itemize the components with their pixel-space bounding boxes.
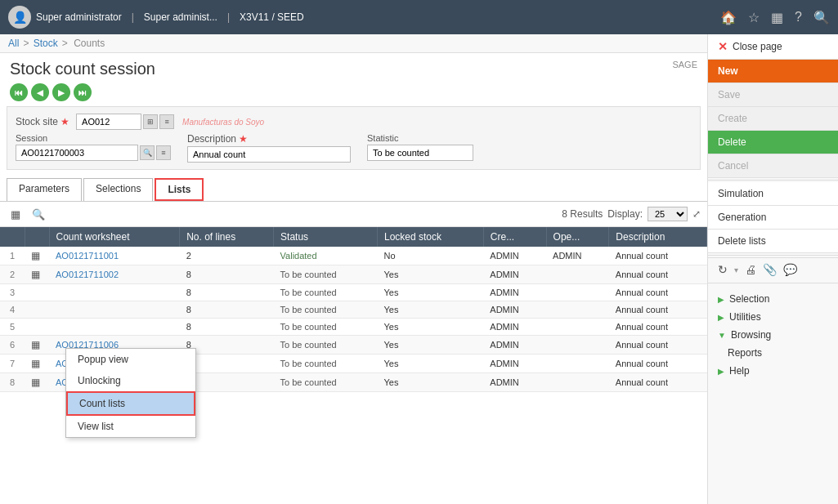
nav-next[interactable]: ▶ [52,83,70,101]
session-search-icon[interactable]: 🔍 [140,145,155,160]
context-menu: Popup view Unlocking Count lists View li… [65,348,196,438]
sidebar-selection[interactable]: ▶ Selection [708,290,838,308]
row-lines: 8 [180,301,274,319]
row-cre: ADMIN [483,284,546,301]
grid-icon[interactable]: ▦ [771,10,783,25]
tabs: Parameters Selections Lists [0,175,707,202]
topbar: 👤 Super administrator | Super administ..… [0,0,838,34]
row-desc: Annual count [609,265,707,284]
stock-site-icon2[interactable]: ≡ [159,114,174,129]
row-num: 3 [0,284,25,301]
row-locked: Yes [378,284,484,301]
sidebar-browsing[interactable]: ▼ Browsing [708,326,838,344]
home-icon[interactable]: 🏠 [720,10,737,25]
breadcrumb: All > Stock > Counts [0,34,707,53]
new-button[interactable]: New [708,60,838,83]
close-button[interactable]: ✕ Close page [708,34,838,60]
row-worksheet[interactable]: AO0121711002 [49,265,180,284]
row-desc: Annual count [609,284,707,301]
row-num: 4 [0,301,25,319]
nav-prev[interactable]: ◀ [31,83,49,101]
session-detail-icon[interactable]: ≡ [156,145,171,160]
create-button[interactable]: Create [708,107,838,131]
chat-icon[interactable]: 💬 [783,263,797,276]
stock-site-input[interactable] [76,114,141,130]
row-worksheet[interactable] [49,319,180,336]
star-icon[interactable]: ☆ [748,10,760,25]
row-lines: 8 [180,265,274,284]
page-title: Stock count session [10,60,155,78]
stock-site-icon1[interactable]: ⊞ [143,114,158,129]
topbar-actions: 🏠 ☆ ▦ ? 🔍 [720,10,830,25]
col-locked: Locked stock [378,227,484,247]
context-popup-view[interactable]: Popup view [66,349,195,370]
context-unlocking[interactable]: Unlocking [66,370,195,391]
sidebar-scroll: ✕ Close page New Save Create Delete Canc… [708,34,838,504]
row-status: To be counted [274,265,378,284]
sidebar-divider1 [708,180,838,181]
description-input[interactable] [187,146,351,163]
col-lines: No. of lines [180,227,274,247]
description-label: Description ★ [187,133,351,145]
row-locked: Yes [378,319,484,336]
nav-first[interactable]: ⏮ [10,83,28,101]
breadcrumb-all[interactable]: All [8,38,19,49]
tab-lists[interactable]: Lists [155,178,204,201]
sidebar-divider3 [708,283,838,283]
search-icon[interactable]: 🔍 [813,10,830,25]
row-icon-cell: ▦ [25,355,49,373]
delete-lists-button[interactable]: Delete lists [708,230,838,253]
statistic-label: Statistic [367,133,473,143]
row-ope [546,284,609,301]
row-desc: Annual count [609,301,707,319]
row-status: To be counted [274,284,378,301]
cancel-button[interactable]: Cancel [708,154,838,178]
refresh-icon[interactable]: ↻ [718,263,728,276]
row-locked: Yes [378,355,484,373]
table-view-icon[interactable]: ▦ [7,205,25,223]
row-worksheet[interactable] [49,301,180,319]
sidebar-reports[interactable]: Reports [708,344,838,362]
sidebar-help[interactable]: ▶ Help [708,362,838,380]
page-header: Stock count session SAGE [0,53,707,82]
session-row: Session 🔍 ≡ Description ★ Statistic [16,133,692,163]
row-desc: Annual count [609,355,707,373]
context-view-list[interactable]: View list [66,416,195,437]
row-doc-icon: ▦ [31,339,40,350]
description-field: Description ★ [187,133,351,163]
sidebar-utilities[interactable]: ▶ Utilities [708,308,838,326]
save-button[interactable]: Save [708,83,838,107]
print-icon[interactable]: 🖨 [745,263,756,276]
arrow-icon: ▶ [718,367,724,376]
display-select[interactable]: 25 50 100 [648,207,688,221]
help-icon[interactable]: ? [795,10,802,25]
generation-button[interactable]: Generation [708,206,838,230]
attach-icon[interactable]: 📎 [763,263,777,276]
statistic-input[interactable] [367,145,473,161]
row-ope [546,336,609,355]
delete-button[interactable]: Delete [708,131,838,154]
simulation-button[interactable]: Simulation [708,182,838,206]
row-ope [546,301,609,319]
arrow-icon: ▶ [718,313,724,322]
row-desc: Annual count [609,336,707,355]
row-worksheet[interactable] [49,284,180,301]
table-search-icon[interactable]: 🔍 [29,205,47,223]
row-doc-icon: ▦ [31,377,40,388]
row-doc-icon: ▦ [31,358,40,369]
row-lines: 8 [180,319,274,336]
nav-last[interactable]: ⏭ [74,83,92,101]
tab-selections[interactable]: Selections [83,178,153,201]
row-worksheet[interactable]: AO0121711001 [49,247,180,265]
row-cre: ADMIN [483,319,546,336]
row-cre: ADMIN [483,336,546,355]
context-count-lists[interactable]: Count lists [66,391,195,416]
expand-icon[interactable]: ⤢ [692,208,701,220]
row-icon-cell [25,319,49,336]
row-cre: ADMIN [483,247,546,265]
breadcrumb-stock[interactable]: Stock [34,38,58,49]
tab-parameters[interactable]: Parameters [7,178,82,201]
row-cre: ADMIN [483,355,546,373]
table-wrap: Count worksheet No. of lines Status Lock… [0,227,707,504]
session-input[interactable] [16,145,138,161]
